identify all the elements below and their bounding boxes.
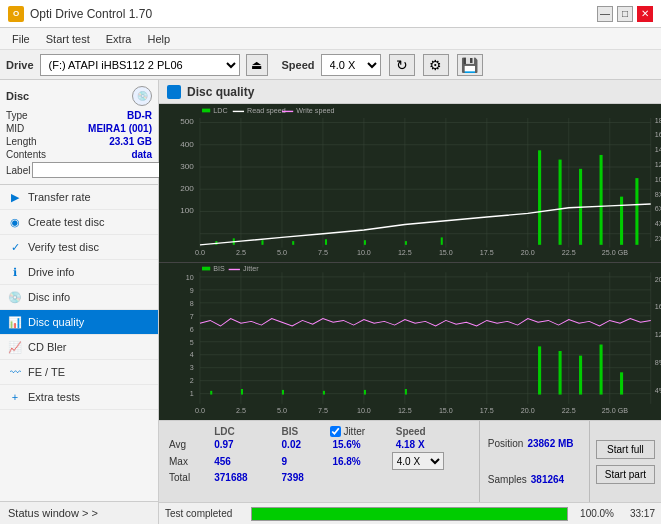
svg-text:12X: 12X (655, 161, 661, 168)
app-title: Opti Drive Control 1.70 (30, 7, 152, 21)
action-buttons: Start full Start part (589, 421, 661, 502)
svg-text:20%: 20% (655, 275, 661, 282)
svg-text:2.5: 2.5 (236, 407, 246, 414)
save-button[interactable]: 💾 (457, 54, 483, 76)
minimize-button[interactable]: — (597, 6, 613, 22)
disc-mid-value: MEIRA1 (001) (88, 123, 152, 134)
drive-select[interactable]: (F:) ATAPI iHBS112 2 PL06 (40, 54, 240, 76)
svg-text:12%: 12% (655, 331, 661, 338)
create-test-disc-label: Create test disc (28, 216, 104, 228)
svg-text:300: 300 (180, 162, 194, 171)
svg-text:4: 4 (190, 351, 194, 358)
svg-rect-30 (600, 155, 603, 245)
sidebar-item-create-test-disc[interactable]: ◉ Create test disc (0, 210, 158, 235)
disc-info-icon: 💿 (8, 290, 22, 304)
svg-text:22.5: 22.5 (562, 249, 576, 256)
svg-text:6X: 6X (655, 206, 661, 213)
cd-bler-label: CD Bler (28, 341, 67, 353)
svg-rect-0 (159, 104, 661, 262)
svg-rect-24 (364, 240, 366, 245)
total-bis: 7398 (276, 471, 327, 484)
jitter-label: Jitter (343, 426, 365, 437)
svg-text:16%: 16% (655, 303, 661, 310)
sidebar-item-drive-info[interactable]: ℹ Drive info (0, 260, 158, 285)
sidebar-item-extra-tests[interactable]: + Extra tests (0, 385, 158, 410)
disc-mid-row: MID MEIRA1 (001) (6, 123, 152, 134)
svg-text:17.5: 17.5 (480, 407, 494, 414)
start-full-button[interactable]: Start full (596, 440, 655, 459)
svg-text:12.5: 12.5 (398, 407, 412, 414)
settings-button[interactable]: ⚙ (423, 54, 449, 76)
svg-text:200: 200 (180, 184, 194, 193)
svg-text:6: 6 (190, 325, 194, 332)
sidebar-item-disc-info[interactable]: 💿 Disc info (0, 285, 158, 310)
svg-rect-88 (241, 389, 243, 395)
close-button[interactable]: ✕ (637, 6, 653, 22)
disc-icon: 💿 (132, 86, 152, 106)
start-part-button[interactable]: Start part (596, 465, 655, 484)
sidebar-item-cd-bler[interactable]: 📈 CD Bler (0, 335, 158, 360)
svg-text:2.5: 2.5 (236, 249, 246, 256)
svg-rect-23 (325, 239, 327, 245)
sidebar-item-verify-test-disc[interactable]: ✓ Verify test disc (0, 235, 158, 260)
svg-rect-28 (559, 160, 562, 245)
svg-text:16X: 16X (655, 132, 661, 139)
menu-help[interactable]: Help (139, 31, 178, 47)
progress-status-text: Test completed (165, 508, 245, 519)
samples-label: Samples (488, 474, 527, 485)
svg-text:400: 400 (180, 140, 194, 149)
disc-label-input[interactable] (32, 162, 165, 178)
title-bar: O Opti Drive Control 1.70 — □ ✕ (0, 0, 661, 28)
max-ldc: 456 (208, 451, 275, 471)
svg-text:4%: 4% (655, 387, 661, 394)
svg-rect-124 (202, 266, 210, 270)
svg-rect-90 (323, 390, 325, 394)
speed-select-stat[interactable]: 4.0 X (392, 452, 444, 470)
svg-text:0.0: 0.0 (195, 249, 205, 256)
max-bis: 9 (276, 451, 327, 471)
speed-select[interactable]: 4.0 X (321, 54, 381, 76)
svg-rect-26 (441, 237, 443, 244)
svg-text:14X: 14X (655, 146, 661, 153)
svg-text:10X: 10X (655, 176, 661, 183)
create-test-disc-icon: ◉ (8, 215, 22, 229)
menu-file[interactable]: File (4, 31, 38, 47)
svg-rect-89 (282, 389, 284, 394)
svg-text:10.0: 10.0 (357, 407, 371, 414)
svg-text:4X: 4X (655, 221, 661, 228)
progress-bar-outer (251, 507, 568, 521)
bottom-chart-svg: 10 9 8 7 6 5 4 3 2 1 20% 16% 12% 8% 4% (159, 263, 661, 421)
status-window-button[interactable]: Status window > > (0, 501, 158, 524)
disc-header: Disc 💿 (6, 86, 152, 106)
extra-tests-label: Extra tests (28, 391, 80, 403)
content-area: Disc quality (159, 80, 661, 524)
svg-rect-97 (620, 372, 623, 394)
disc-contents-value: data (131, 149, 152, 160)
svg-text:1: 1 (190, 390, 194, 397)
refresh-button[interactable]: ↻ (389, 54, 415, 76)
svg-text:8X: 8X (655, 191, 661, 198)
svg-text:10: 10 (186, 273, 194, 280)
svg-rect-96 (600, 344, 603, 394)
svg-text:25.0 GB: 25.0 GB (602, 249, 629, 256)
sidebar-item-transfer-rate[interactable]: ▶ Transfer rate (0, 185, 158, 210)
svg-text:22.5: 22.5 (562, 407, 576, 414)
samples-val: 381264 (531, 474, 564, 485)
svg-text:20.0: 20.0 (521, 407, 535, 414)
sidebar-item-fe-te[interactable]: 〰 FE / TE (0, 360, 158, 385)
sidebar-item-disc-quality[interactable]: 📊 Disc quality (0, 310, 158, 335)
stats-table-area: LDC BIS Jitter Speed Avg 0.97 (159, 421, 479, 502)
svg-text:7: 7 (190, 312, 194, 319)
svg-rect-21 (261, 240, 263, 245)
disc-section: Disc 💿 Type BD-R MID MEIRA1 (001) Length… (0, 80, 158, 185)
jitter-checkbox[interactable] (330, 426, 341, 437)
menu-bar: File Start test Extra Help (0, 28, 661, 50)
disc-label-row: Label ✎ (6, 162, 152, 178)
svg-text:10.0: 10.0 (357, 249, 371, 256)
menu-extra[interactable]: Extra (98, 31, 140, 47)
maximize-button[interactable]: □ (617, 6, 633, 22)
menu-start-test[interactable]: Start test (38, 31, 98, 47)
eject-button[interactable]: ⏏ (246, 54, 268, 76)
disc-type-value: BD-R (127, 110, 152, 121)
bottom-chart: 10 9 8 7 6 5 4 3 2 1 20% 16% 12% 8% 4% (159, 263, 661, 421)
